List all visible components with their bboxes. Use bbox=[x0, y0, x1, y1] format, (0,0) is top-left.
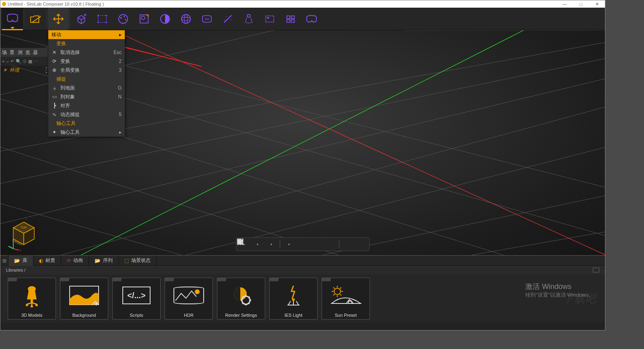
svg-point-68 bbox=[195, 289, 200, 294]
svg-point-3 bbox=[97, 21, 99, 23]
svg-point-10 bbox=[141, 16, 145, 20]
svg-point-79 bbox=[334, 288, 341, 295]
menu-item-to-ground[interactable]: ⏚ 到地面G bbox=[48, 83, 125, 92]
tb-spotlight-icon[interactable] bbox=[238, 8, 259, 30]
vt-zoom-icon[interactable] bbox=[312, 239, 321, 249]
menu-item-dynamic-snap[interactable]: ∿ 动态捕捉5 bbox=[48, 110, 125, 119]
tb-magic-icon[interactable] bbox=[217, 8, 238, 30]
svg-text:x: x bbox=[20, 249, 21, 251]
menu-header-transform: 变换 bbox=[48, 39, 125, 48]
svg-point-60 bbox=[26, 304, 28, 306]
tb-view-icon[interactable] bbox=[134, 8, 155, 30]
tab-scene-state[interactable]: ⬚ 场景状态 bbox=[119, 256, 157, 266]
scene-more-icon[interactable]: ⋯ bbox=[34, 59, 38, 64]
minimize-button[interactable]: — bbox=[557, 2, 573, 6]
svg-text:360: 360 bbox=[204, 17, 209, 20]
scene-add-icon[interactable]: + bbox=[2, 59, 4, 64]
menu-item-transform[interactable]: ⟳ 变换2 bbox=[48, 57, 125, 66]
vt-camera-icon[interactable] bbox=[298, 239, 308, 249]
lib-scripts[interactable]: </...> Scripts bbox=[112, 278, 161, 320]
tb-360-icon[interactable]: 360 bbox=[196, 8, 217, 30]
bottom-tabs: ⊞ 📂 库 ◐ 材质 ⟳ 动画 📂 序列 ⬚ 场景状态 bbox=[0, 255, 605, 266]
panel-toggle-icon[interactable] bbox=[593, 268, 599, 272]
tb-slide-icon[interactable] bbox=[259, 8, 280, 30]
menu-header-snap: 捕捉 bbox=[48, 75, 125, 83]
menu-item-pivot-tools[interactable]: ✦ 轴心工具▸ bbox=[48, 128, 125, 137]
scene-undo-icon[interactable]: ↶ bbox=[10, 59, 14, 64]
tb-globe-icon[interactable] bbox=[175, 8, 196, 30]
svg-point-13 bbox=[182, 17, 190, 21]
material-icon: ◐ bbox=[39, 258, 43, 264]
scene-target-icon[interactable]: ⦾ bbox=[23, 59, 27, 64]
globe-small-icon: ⊕ bbox=[52, 67, 57, 73]
menu-item-global-transform[interactable]: ⊕ 全局变换3 bbox=[48, 66, 125, 75]
tb-vr-icon[interactable] bbox=[2, 8, 23, 30]
titlebar: Untitled - SimLab Composer 10 v10.8 ( Fl… bbox=[0, 0, 605, 8]
menu-item-to-object[interactable]: ▭ 到对象N bbox=[48, 92, 125, 101]
lib-3d-models[interactable]: 3D Models bbox=[8, 278, 56, 320]
close-button[interactable]: ✕ bbox=[589, 2, 605, 7]
svg-point-7 bbox=[124, 16, 125, 17]
tb-move-icon[interactable] bbox=[48, 8, 69, 30]
svg-point-4 bbox=[106, 21, 107, 23]
folder-icon: 📂 bbox=[14, 258, 20, 264]
tb-shade-icon[interactable] bbox=[155, 8, 175, 30]
app-icon bbox=[2, 2, 6, 6]
tab-animation[interactable]: ⟳ 动画 bbox=[61, 256, 89, 266]
scene-remove-icon[interactable]: – bbox=[6, 59, 8, 64]
svg-rect-19 bbox=[291, 16, 295, 19]
lib-hdr[interactable]: HDR bbox=[165, 278, 213, 320]
tb-goggles-icon[interactable] bbox=[301, 8, 322, 30]
svg-line-25 bbox=[61, 107, 606, 255]
svg-point-8 bbox=[125, 19, 126, 20]
svg-line-78 bbox=[249, 297, 250, 297]
tb-marquee-icon[interactable] bbox=[92, 8, 113, 30]
svg-point-6 bbox=[120, 17, 122, 19]
svg-point-5 bbox=[119, 14, 128, 23]
svg-text:</...>: </...> bbox=[127, 291, 146, 300]
folder-icon: 📂 bbox=[95, 258, 101, 264]
svg-line-87 bbox=[340, 287, 341, 289]
vt-pointer-icon[interactable]: ▾ bbox=[284, 239, 294, 249]
lib-background[interactable]: Background bbox=[60, 278, 108, 320]
svg-rect-20 bbox=[287, 19, 290, 22]
tb-grid-icon[interactable] bbox=[280, 8, 301, 30]
rotate-icon: ⟳ bbox=[52, 58, 57, 64]
scene-gridview-icon[interactable]: ▦ bbox=[28, 59, 32, 64]
vt-drop-icon[interactable] bbox=[357, 239, 367, 249]
svg-rect-17 bbox=[267, 17, 269, 18]
tb-open-icon[interactable] bbox=[25, 8, 46, 30]
svg-point-1 bbox=[97, 15, 99, 16]
maximize-button[interactable]: □ bbox=[573, 2, 589, 6]
vt-cube2-icon[interactable]: ▾ bbox=[266, 239, 276, 249]
y-axis-line bbox=[81, 30, 524, 255]
tab-sequence[interactable]: 📂 序列 bbox=[89, 256, 119, 266]
svg-text:TOP: TOP bbox=[21, 226, 27, 229]
navigation-cube[interactable]: TOP FRONT RIGHT x bbox=[8, 219, 40, 251]
menu-item-align[interactable]: ┣ 对齐 bbox=[48, 101, 125, 110]
breadcrumb-text[interactable]: Libraries / bbox=[6, 268, 25, 272]
download-watermark: 下载吧 bbox=[563, 292, 597, 306]
svg-rect-0 bbox=[98, 15, 106, 22]
tb-paint-icon[interactable] bbox=[113, 8, 134, 30]
svg-line-77 bbox=[242, 303, 243, 304]
vt-grid-icon[interactable] bbox=[343, 239, 353, 249]
x-axis-line bbox=[113, 30, 606, 255]
align-icon: ┣ bbox=[52, 103, 57, 108]
scene-search-icon[interactable]: 🔍 bbox=[16, 59, 21, 64]
tab-material[interactable]: ◐ 材质 bbox=[33, 256, 61, 266]
scene-item-environment[interactable]: ☀ 环境 bbox=[0, 66, 48, 75]
tb-shape-icon[interactable] bbox=[71, 8, 92, 30]
lib-ies-light[interactable]: IES Light bbox=[269, 278, 318, 320]
vt-layers-icon[interactable] bbox=[325, 239, 335, 249]
scene-browser-title: 场 景 浏 览 器 bbox=[0, 48, 48, 57]
wave-icon: ∿ bbox=[52, 112, 57, 117]
tab-library[interactable]: 📂 库 bbox=[8, 256, 33, 266]
tab-toggle-icon[interactable]: ⊞ bbox=[0, 256, 8, 266]
menu-item-deselect[interactable]: ✕ 取消选择Esc bbox=[48, 48, 125, 57]
menu-item-move[interactable]: 移动▸ bbox=[48, 30, 125, 39]
vt-focus-icon[interactable]: ▾ bbox=[252, 239, 262, 249]
lib-sun-preset[interactable]: Sun Preset bbox=[322, 278, 370, 320]
main-toolbar: 360 bbox=[0, 8, 605, 30]
lib-render-settings[interactable]: Render Settings bbox=[217, 278, 265, 320]
